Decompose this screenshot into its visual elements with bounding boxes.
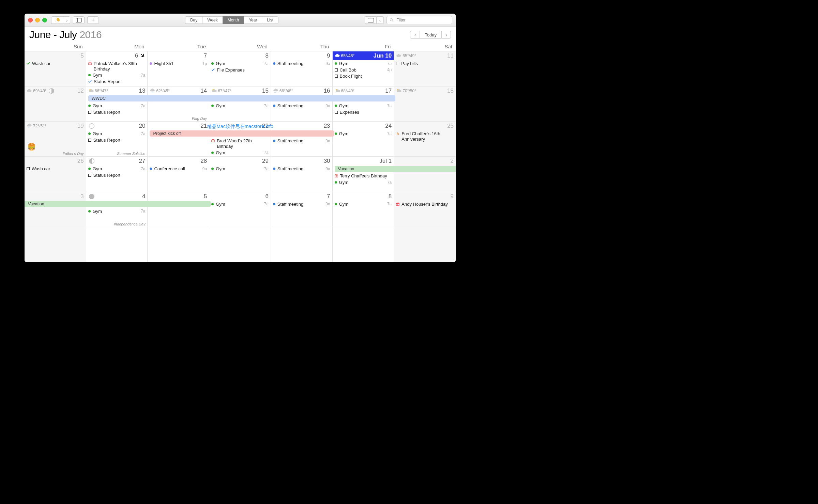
- event[interactable]: Staff meeting9a: [272, 201, 331, 207]
- event[interactable]: Status Report: [88, 137, 146, 143]
- day-cell[interactable]: [25, 227, 86, 262]
- event[interactable]: Expenses: [334, 109, 393, 115]
- event[interactable]: Staff meeting9a: [272, 61, 331, 67]
- event[interactable]: Status Report: [88, 172, 146, 178]
- event[interactable]: Pay bills: [395, 61, 454, 67]
- day-jun-20[interactable]: 20 Gym7aStatus Report Summer Solstice: [86, 122, 148, 157]
- view-week[interactable]: Week: [202, 16, 222, 24]
- day-jun-23[interactable]: 23 Staff meeting9a: [271, 122, 333, 157]
- day-cell[interactable]: [394, 227, 456, 262]
- event[interactable]: Brad Wood's 27th Birthday: [211, 138, 269, 149]
- event[interactable]: Staff meeting9a: [272, 166, 331, 172]
- event[interactable]: File Expenses: [211, 67, 269, 73]
- day-jun-11[interactable]: 65°/49° 11 Pay bills: [394, 51, 456, 86]
- event[interactable]: Fred Chaffee's 16th Anniversary: [395, 131, 454, 142]
- view-day[interactable]: Day: [185, 16, 202, 24]
- day-cell[interactable]: [209, 227, 271, 262]
- event[interactable]: Conference call9a: [149, 166, 208, 172]
- search-input[interactable]: [396, 17, 449, 23]
- day-jun-17[interactable]: 68°/49° 17 Gym7aExpenses: [333, 86, 394, 122]
- event[interactable]: Call Bob4p: [334, 67, 393, 73]
- day-jun-22[interactable]: 22 Brad Wood's 27th BirthdayGym7a: [209, 122, 271, 157]
- day-jul-6[interactable]: 6 Gym7a: [209, 192, 271, 227]
- day-cell[interactable]: [271, 227, 333, 262]
- day-jul-9[interactable]: 9 Andy Houser's Birthday: [394, 192, 456, 227]
- event[interactable]: Gym7a: [334, 179, 393, 186]
- day-jun-25[interactable]: 25 Fred Chaffee's 16th Anniversary: [394, 122, 456, 157]
- toggle-panel-button[interactable]: [365, 16, 376, 24]
- event[interactable]: Gym7a: [88, 208, 146, 215]
- event[interactable]: Gym7a: [334, 201, 393, 207]
- event[interactable]: Book Flight: [334, 73, 393, 79]
- day-jun-12[interactable]: 69°/49° 12: [25, 86, 86, 122]
- day-jun-28[interactable]: 28 Conference call9a: [148, 157, 209, 192]
- event[interactable]: Andy Houser's Birthday: [395, 201, 454, 207]
- day-cell[interactable]: [333, 227, 394, 262]
- prev-month-button[interactable]: ‹: [410, 31, 420, 38]
- day-jul-8[interactable]: 8 Gym7a: [333, 192, 394, 227]
- day-jun-16[interactable]: 66°/48° 16 Staff meeting9a: [271, 86, 333, 122]
- day-jun-5[interactable]: 5 Wash car: [25, 51, 86, 86]
- today-button[interactable]: Today: [420, 31, 441, 38]
- span-event[interactable]: WWDC: [88, 95, 396, 101]
- close-window-button[interactable]: [28, 18, 33, 22]
- day-cell[interactable]: [86, 227, 148, 262]
- event[interactable]: Flight 3511p: [149, 61, 208, 67]
- event[interactable]: Gym7a: [88, 103, 146, 109]
- span-event[interactable]: Project kick off: [150, 130, 334, 137]
- event[interactable]: Status Report: [88, 109, 146, 115]
- zoom-window-button[interactable]: [42, 18, 47, 22]
- day-jun-30[interactable]: 30 Staff meeting9a: [271, 157, 333, 192]
- appearance-dropdown[interactable]: ⌄: [63, 16, 70, 24]
- panel-dropdown[interactable]: ⌄: [376, 16, 384, 24]
- event[interactable]: Gym7a: [211, 61, 269, 67]
- day-jun-19[interactable]: 72°/51° 19 🍔 Father's Day: [25, 122, 86, 157]
- day-jul-7[interactable]: 7 Staff meeting9a: [271, 192, 333, 227]
- day-jun-18[interactable]: 70°/50° 18: [394, 86, 456, 122]
- view-month[interactable]: Month: [223, 16, 244, 24]
- appearance-button[interactable]: [51, 16, 63, 24]
- day-jun-13[interactable]: 66°/47° 13 Gym7aStatus Report: [86, 86, 148, 122]
- span-event[interactable]: Vacation: [25, 201, 211, 207]
- day-jun-15[interactable]: 67°/47° 15 Gym7a: [209, 86, 271, 122]
- day-jul-5[interactable]: 5: [148, 192, 209, 227]
- event[interactable]: Gym7a: [334, 61, 393, 67]
- day-jun-14[interactable]: 62°/45° 14 Flag Day: [148, 86, 209, 122]
- span-event[interactable]: Vacation: [335, 166, 456, 172]
- minimize-window-button[interactable]: [35, 18, 40, 22]
- event[interactable]: Gym7a: [88, 166, 146, 172]
- event[interactable]: Wash car: [26, 166, 85, 172]
- new-event-button[interactable]: +: [87, 16, 99, 24]
- event[interactable]: Staff meeting9a: [272, 103, 331, 109]
- day-jun-10-today[interactable]: 65°/48° Jun 10 Gym7aCall Bob4pBook Fligh…: [333, 51, 394, 86]
- event[interactable]: Gym7a: [88, 131, 146, 137]
- event[interactable]: Patrick Wallace's 39th Birthday: [88, 61, 146, 72]
- day-jun-24[interactable]: 24 Gym7a: [333, 122, 394, 157]
- day-cell[interactable]: [148, 227, 209, 262]
- day-jun-6[interactable]: 6 ✈ Patrick Wallace's 39th BirthdayGym7a…: [86, 51, 148, 86]
- day-jul-2[interactable]: 2: [394, 157, 456, 192]
- day-jun-29[interactable]: 29 Gym7a: [209, 157, 271, 192]
- day-jul-3[interactable]: 3: [25, 192, 86, 227]
- event[interactable]: Gym7a: [211, 150, 269, 156]
- day-jun-9[interactable]: 9 Staff meeting9a: [271, 51, 333, 86]
- day-jun-8[interactable]: 8 Gym7aFile Expenses: [209, 51, 271, 86]
- day-jun-7[interactable]: 7 Flight 3511p: [148, 51, 209, 86]
- event[interactable]: Gym7a: [211, 103, 269, 109]
- day-jul-4[interactable]: 4 Gym7a Independence Day: [86, 192, 148, 227]
- event[interactable]: Gym7a: [88, 72, 146, 78]
- event[interactable]: Gym7a: [211, 201, 269, 207]
- day-jul-1[interactable]: Jul 1 Terry Chaffee's Birth­dayGym7a: [333, 157, 394, 192]
- view-year[interactable]: Year: [244, 16, 262, 24]
- event[interactable]: Gym7a: [334, 131, 393, 137]
- next-month-button[interactable]: ›: [441, 31, 451, 38]
- event[interactable]: Status Report: [88, 79, 146, 85]
- event[interactable]: Terry Chaffee's Birth­day: [334, 173, 393, 179]
- event[interactable]: Gym7a: [334, 103, 393, 109]
- day-jun-27[interactable]: 27 Gym7aStatus Report: [86, 157, 148, 192]
- day-jun-26[interactable]: 26 Wash car: [25, 157, 86, 192]
- event[interactable]: Wash car: [26, 61, 85, 67]
- day-jun-21[interactable]: 21: [148, 122, 209, 157]
- event[interactable]: Gym7a: [211, 166, 269, 172]
- search-field[interactable]: [387, 16, 452, 24]
